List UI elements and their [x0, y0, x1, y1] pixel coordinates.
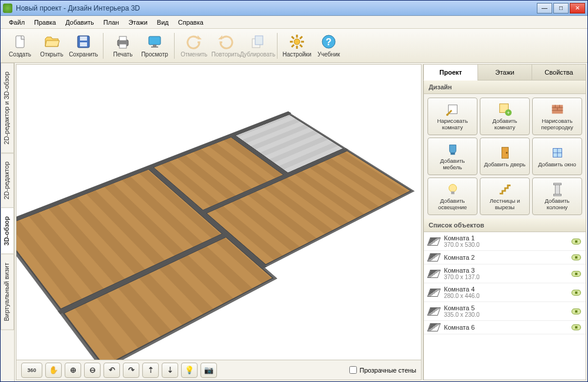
- visibility-eye-icon[interactable]: [572, 309, 581, 314]
- dup-label: Дублировать: [240, 51, 275, 58]
- design-btn-drawwall[interactable]: Нарисовать перегородку: [532, 98, 582, 135]
- dup-button: Дублировать: [242, 31, 273, 61]
- tutorial-button[interactable]: ?Учебник: [313, 31, 345, 61]
- draw-room-icon: [445, 102, 460, 117]
- design-btn-addlight[interactable]: Добавить освещение: [427, 177, 477, 215]
- transparent-walls-toggle[interactable]: Прозрачные стены: [349, 366, 416, 374]
- object-list-item[interactable]: Комната 4280.0 x 446.0: [424, 283, 586, 302]
- undo-icon: [186, 33, 202, 50]
- room-icon: [427, 307, 440, 316]
- new-file-icon: [12, 33, 28, 50]
- menubar: ФайлПравкаДобавитьПланЭтажиВидСправка: [1, 16, 587, 29]
- svg-rect-6: [119, 44, 126, 48]
- menu-файл[interactable]: Файл: [4, 17, 29, 28]
- visibility-eye-icon[interactable]: [572, 271, 581, 277]
- rotate-right-button[interactable]: ↷: [123, 363, 139, 378]
- design-btn-adddoor[interactable]: Добавить дверь: [480, 138, 530, 175]
- 3d-viewport[interactable]: [16, 65, 421, 360]
- object-list[interactable]: Комната 1370.0 x 530.0Комната 2Комната 3…: [424, 232, 586, 380]
- svg-line-17: [292, 36, 294, 39]
- menu-справка[interactable]: Справка: [173, 17, 208, 28]
- design-btn-addfurn[interactable]: Добавить мебель: [427, 138, 477, 175]
- create-button[interactable]: Создать: [4, 31, 36, 61]
- tilt-down-button[interactable]: ⇣: [162, 363, 178, 378]
- svg-line-19: [300, 36, 302, 39]
- svg-rect-2: [80, 36, 87, 41]
- visibility-eye-icon[interactable]: [572, 239, 581, 244]
- object-list-item[interactable]: Комната 3370.0 x 137.0: [424, 264, 586, 283]
- object-name: Комната 3: [444, 267, 567, 274]
- print-button[interactable]: Печать: [107, 31, 139, 61]
- design-btn-addcol-label: Добавить колонну: [534, 198, 580, 211]
- menu-план[interactable]: План: [99, 17, 124, 28]
- panel-tab-props[interactable]: Свойства: [532, 64, 586, 81]
- panel-tab-floors[interactable]: Этажи: [477, 64, 532, 81]
- svg-rect-43: [553, 183, 561, 185]
- tilt-up-button[interactable]: ⇡: [142, 363, 159, 378]
- settings-label: Настройки: [282, 51, 311, 58]
- object-dimensions: 335.0 x 230.0: [444, 311, 567, 318]
- svg-rect-5: [119, 36, 126, 41]
- view-360-button[interactable]: 360: [21, 363, 42, 378]
- vtab-vr[interactable]: Виртуальный визит: [1, 254, 14, 330]
- object-dimensions: 370.0 x 137.0: [444, 274, 567, 280]
- svg-rect-44: [553, 194, 561, 196]
- preview-button[interactable]: Просмотр: [139, 31, 171, 61]
- close-button[interactable]: ✕: [570, 3, 585, 14]
- object-name: Комната 1: [444, 234, 567, 242]
- camera-button[interactable]: 📷: [201, 363, 217, 378]
- visibility-eye-icon[interactable]: [572, 324, 581, 330]
- object-list-item[interactable]: Комната 5335.0 x 230.0: [424, 302, 586, 321]
- vtab-3d[interactable]: 3D-обзор: [1, 207, 14, 254]
- zoom-in-button[interactable]: ⊕: [65, 363, 81, 378]
- svg-rect-42: [555, 184, 559, 195]
- 3d-scene: [16, 65, 421, 360]
- svg-point-36: [506, 152, 507, 153]
- draw-wall-icon: [550, 102, 565, 117]
- menu-вид[interactable]: Вид: [152, 17, 173, 28]
- design-btn-adddoor-label: Добавить дверь: [484, 162, 526, 168]
- create-label: Создать: [9, 51, 31, 58]
- open-button[interactable]: Открыть: [36, 31, 68, 61]
- maximize-button[interactable]: □: [553, 3, 569, 14]
- tutorial-label: Учебник: [318, 51, 340, 58]
- svg-line-20: [292, 45, 294, 47]
- design-section-header: Дизайн: [424, 81, 586, 94]
- design-btn-drawroom[interactable]: Нарисовать комнату: [427, 98, 477, 135]
- transparent-walls-checkbox[interactable]: [349, 366, 357, 374]
- visibility-eye-icon[interactable]: [572, 290, 581, 296]
- settings-button[interactable]: Настройки: [281, 31, 313, 61]
- design-btn-addwin[interactable]: Добавить окно: [532, 138, 582, 175]
- design-btn-addroom[interactable]: +Добавить комнату: [480, 98, 530, 135]
- object-name: Комната 6: [444, 324, 567, 331]
- window-icon: [550, 145, 565, 160]
- minimize-button[interactable]: —: [537, 3, 552, 14]
- object-list-item[interactable]: Комната 1370.0 x 530.0: [424, 232, 586, 251]
- panel-tab-project[interactable]: Проект: [423, 64, 478, 81]
- vtab-2d[interactable]: 2D-редактор: [1, 153, 14, 208]
- pan-button[interactable]: ✋: [45, 363, 62, 378]
- zoom-out-button[interactable]: ⊖: [84, 363, 101, 378]
- light-button[interactable]: 💡: [181, 363, 198, 378]
- design-btn-stairs[interactable]: Лестницы и вырезы: [480, 177, 530, 215]
- menu-этажи[interactable]: Этажи: [123, 17, 152, 28]
- object-list-item[interactable]: Комната 2: [424, 251, 586, 264]
- visibility-eye-icon[interactable]: [572, 254, 581, 260]
- design-btn-addfurn-label: Добавить мебель: [430, 158, 475, 171]
- rotate-left-button[interactable]: ↶: [103, 363, 120, 378]
- svg-rect-34: [450, 153, 455, 155]
- svg-rect-8: [153, 45, 156, 46]
- open-label: Открыть: [40, 51, 63, 58]
- menu-правка[interactable]: Правка: [29, 17, 61, 28]
- canvas-area: 360✋⊕⊖↶↷⇡⇣💡📷 Прозрачные стены: [16, 64, 422, 380]
- left-tabstrip: 2D-редактор и 3D-обзор2D-редактор3D-обзо…: [1, 63, 15, 381]
- room-icon: [427, 289, 440, 297]
- design-btn-drawroom-label: Нарисовать комнату: [430, 118, 475, 131]
- vtab-2d3d[interactable]: 2D-редактор и 3D-обзор: [1, 63, 14, 153]
- object-list-item[interactable]: Комната 6: [424, 321, 586, 334]
- save-button[interactable]: Сохранить: [68, 31, 99, 61]
- menu-добавить[interactable]: Добавить: [61, 17, 99, 28]
- svg-line-18: [300, 45, 302, 47]
- design-btn-addcol[interactable]: Добавить колонну: [532, 177, 582, 215]
- svg-rect-41: [451, 192, 455, 195]
